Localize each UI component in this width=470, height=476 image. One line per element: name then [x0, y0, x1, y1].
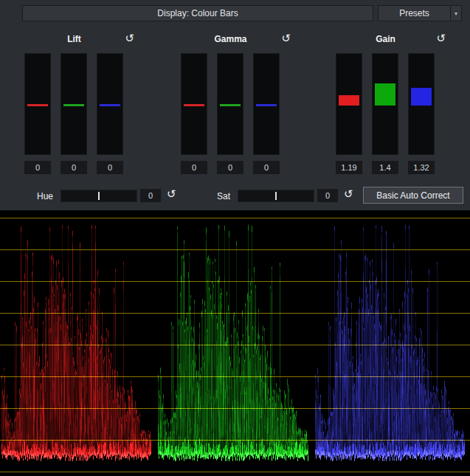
lift-group: Lift ↺ 0 0 0: [24, 31, 124, 174]
lift-sliders: [24, 53, 123, 155]
gamma-red-value[interactable]: 0: [181, 161, 207, 174]
lift-header: Lift ↺: [24, 31, 124, 53]
gamma-blue-slider[interactable]: [253, 53, 280, 155]
gain-blue-value[interactable]: 1.32: [408, 161, 435, 174]
sat-value[interactable]: 0: [317, 189, 338, 202]
gamma-blue-handle[interactable]: [256, 104, 277, 106]
gain-blue-slider[interactable]: [408, 53, 435, 155]
lift-title: Lift: [24, 34, 124, 44]
lift-red-handle[interactable]: [27, 104, 48, 106]
gain-header: Gain ↺: [336, 31, 435, 53]
sat-slider-handle[interactable]: [275, 192, 277, 200]
gain-values: 1.19 1.4 1.32: [336, 161, 435, 174]
gamma-green-handle[interactable]: [220, 104, 241, 106]
lift-red-value[interactable]: 0: [24, 161, 51, 174]
hue-slider-handle[interactable]: [98, 192, 100, 200]
colour-correction-panel: Display: Colour Bars Presets ▾ Lift ↺ 0 …: [0, 0, 470, 476]
gain-green-handle[interactable]: [375, 83, 395, 106]
rgb-parade-scope: [0, 210, 470, 476]
presets-dropdown[interactable]: Presets ▾: [378, 5, 462, 21]
hue-reset-icon[interactable]: ↺: [167, 188, 176, 199]
gain-green-slider[interactable]: [372, 53, 398, 155]
gamma-header: Gamma ↺: [181, 31, 280, 53]
lift-blue-slider[interactable]: [97, 53, 123, 155]
display-mode-button[interactable]: Display: Colour Bars: [22, 5, 373, 21]
gain-red-handle[interactable]: [339, 95, 359, 106]
gamma-reset-icon[interactable]: ↺: [281, 32, 291, 44]
gamma-red-handle[interactable]: [184, 104, 204, 106]
sat-reset-icon[interactable]: ↺: [344, 188, 353, 199]
presets-label: Presets: [379, 6, 450, 21]
lift-blue-value[interactable]: 0: [97, 161, 123, 174]
gain-red-slider[interactable]: [336, 53, 362, 155]
lift-blue-handle[interactable]: [100, 104, 120, 106]
gain-reset-icon[interactable]: ↺: [436, 32, 446, 44]
hue-slider[interactable]: [61, 190, 137, 202]
gamma-group: Gamma ↺ 0 0 0: [181, 31, 280, 174]
hue-label: Hue: [32, 191, 58, 201]
gain-blue-handle[interactable]: [411, 88, 432, 106]
hue-value[interactable]: 0: [140, 189, 161, 202]
lift-green-value[interactable]: 0: [61, 161, 87, 174]
sat-label: Sat: [211, 191, 236, 201]
gamma-green-value[interactable]: 0: [217, 161, 243, 174]
gamma-title: Gamma: [181, 34, 280, 44]
basic-auto-correct-button[interactable]: Basic Auto Correct: [363, 187, 463, 204]
lift-green-handle[interactable]: [63, 104, 84, 106]
chevron-down-icon[interactable]: ▾: [450, 6, 461, 21]
gain-title: Gain: [336, 34, 435, 44]
gain-green-value[interactable]: 1.4: [372, 161, 398, 174]
gamma-green-slider[interactable]: [217, 53, 243, 155]
gamma-values: 0 0 0: [181, 161, 280, 174]
lift-green-slider[interactable]: [61, 53, 87, 155]
gamma-blue-value[interactable]: 0: [253, 161, 280, 174]
gamma-red-slider[interactable]: [181, 53, 207, 155]
lift-values: 0 0 0: [24, 161, 123, 174]
gain-red-value[interactable]: 1.19: [336, 161, 362, 174]
sat-slider[interactable]: [238, 190, 314, 202]
gamma-sliders: [181, 53, 280, 155]
lift-red-slider[interactable]: [24, 53, 51, 155]
lift-reset-icon[interactable]: ↺: [125, 32, 134, 44]
gain-sliders: [336, 53, 435, 155]
gain-group: Gain ↺ 1.19 1.4 1.32: [336, 31, 435, 174]
